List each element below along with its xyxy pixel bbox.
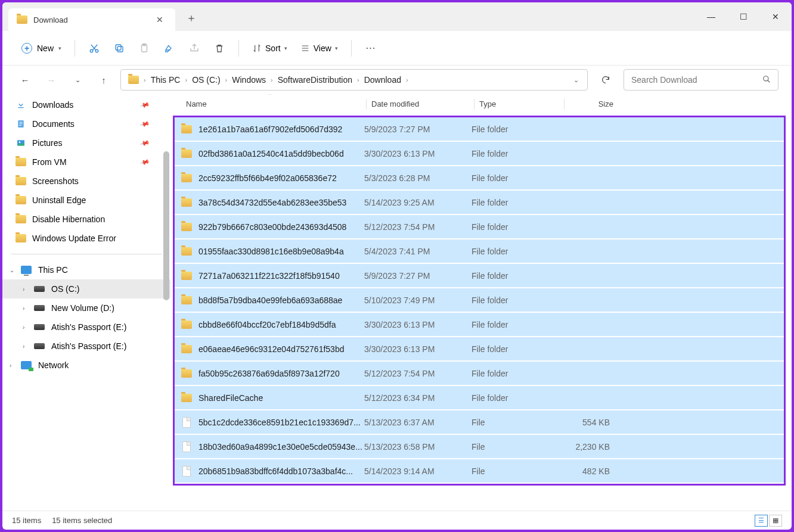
scrollbar-thumb[interactable]	[163, 151, 169, 300]
explorer-window: Download ✕ ＋ — ☐ ✕ + New ▾	[2, 2, 792, 530]
file-row[interactable]: 1e261a1b7aa61a6f7902efd506d7d392 5/9/202…	[175, 117, 784, 142]
breadcrumb-dropdown[interactable]: ⌄	[569, 76, 584, 84]
more-button[interactable]: ⋯	[359, 36, 383, 60]
breadcrumb-item[interactable]: Windows	[228, 73, 269, 87]
tree-label: Atish's Passport (E:)	[51, 322, 126, 332]
file-row[interactable]: 2cc59232ffb5f66b4e9f02a065836e72 5/3/202…	[175, 166, 784, 191]
file-row[interactable]: 922b79b6667c803e00bde243693d4508 5/12/20…	[175, 215, 784, 239]
sidebar-item[interactable]: Uninstall Edge	[2, 191, 170, 210]
new-tab-button[interactable]: ＋	[181, 8, 201, 27]
breadcrumb[interactable]: › This PC › OS (C:) › Windows › Software…	[120, 69, 588, 91]
search-box[interactable]	[624, 69, 779, 91]
sidebar-thispc[interactable]: ⌄ This PC	[2, 260, 170, 279]
thumbnails-view-button[interactable]: ▦	[769, 515, 782, 527]
back-button[interactable]: ←	[15, 70, 35, 89]
separator	[75, 40, 75, 57]
sidebar-item[interactable]: From VM 📌	[2, 153, 170, 172]
chevron-down-icon[interactable]: ⌄	[10, 267, 20, 273]
minimize-button[interactable]: —	[695, 2, 727, 31]
file-type: File folder	[472, 320, 561, 329]
column-type[interactable]: Type	[474, 99, 564, 108]
file-row[interactable]: SharedFileCache 5/12/2023 6:34 PM File f…	[175, 386, 784, 410]
chevron-right-icon[interactable]: ›	[23, 305, 33, 312]
breadcrumb-item[interactable]: SoftwareDistribution	[274, 73, 356, 87]
sidebar-item-label: From VM	[32, 157, 67, 167]
view-toggle: ☰ ▦	[755, 515, 782, 527]
svg-rect-9	[19, 123, 22, 124]
sidebar-network[interactable]: › Network	[2, 356, 170, 375]
share-button[interactable]	[182, 36, 206, 60]
folder-icon	[179, 223, 194, 231]
column-date[interactable]: Date modified	[367, 99, 474, 108]
close-window-button[interactable]: ✕	[759, 2, 792, 31]
copy-button[interactable]	[107, 36, 131, 60]
delete-button[interactable]	[207, 36, 231, 60]
file-type: File	[472, 442, 561, 452]
sidebar-drive[interactable]: › New Volume (D:)	[2, 298, 170, 318]
breadcrumb-item[interactable]: OS (C:)	[188, 73, 224, 87]
sidebar-item[interactable]: Windows Update Error	[2, 229, 170, 248]
view-icon	[300, 43, 310, 53]
rename-button[interactable]	[157, 36, 181, 60]
up-button[interactable]: ↑	[94, 70, 113, 89]
svg-point-0	[90, 49, 93, 52]
sidebar-scrollbar[interactable]	[162, 94, 170, 511]
tab-download[interactable]: Download ✕	[8, 8, 175, 31]
sidebar-item[interactable]: Pictures 📌	[2, 133, 170, 153]
breadcrumb-item[interactable]: This PC	[147, 73, 184, 87]
view-button[interactable]: View ▾	[294, 40, 344, 57]
chevron-right-icon[interactable]: ›	[23, 343, 33, 350]
paste-button[interactable]	[132, 36, 156, 60]
chevron-right-icon[interactable]: ›	[23, 286, 33, 293]
details-view-button[interactable]: ☰	[755, 515, 768, 527]
file-row[interactable]: fa50b95c263876a69da5f8973a12f720 5/12/20…	[175, 362, 784, 386]
pc-icon	[20, 265, 32, 275]
search-input[interactable]	[631, 75, 762, 85]
file-icon	[179, 417, 194, 428]
chevron-right-icon[interactable]: ›	[23, 324, 33, 331]
file-row[interactable]: 3a78c54d34732d55e4ab6283ee35be53 5/14/20…	[175, 191, 784, 215]
tree-label: OS (C:)	[51, 284, 79, 294]
file-date: 5/9/2023 7:27 PM	[364, 271, 472, 281]
file-list: ⌃ Name Date modified Type Size 1e261a1b7…	[170, 94, 792, 511]
new-button[interactable]: + New ▾	[15, 39, 67, 57]
file-row[interactable]: 18b03ed60a9a4899c1e30e0e5cde05943e... 5/…	[175, 435, 784, 459]
close-tab-icon[interactable]: ✕	[153, 13, 167, 27]
sidebar-drive[interactable]: › Atish's Passport (E:)	[2, 318, 170, 337]
sidebar-item[interactable]: Screenshots	[2, 172, 170, 191]
recent-button[interactable]: ⌄	[68, 70, 87, 89]
folder-icon	[179, 345, 194, 353]
forward-button[interactable]: →	[42, 70, 61, 89]
maximize-button[interactable]: ☐	[727, 2, 759, 31]
breadcrumb-item[interactable]: Download	[361, 73, 405, 87]
chevron-right-icon[interactable]: ›	[10, 362, 20, 369]
sidebar-item[interactable]: Documents 📌	[2, 114, 170, 133]
svg-rect-3	[116, 45, 121, 50]
file-name: 01955faac330d8981c16e8b9e08a9b4a	[199, 247, 364, 256]
file-row[interactable]: 7271a7a063211f221c322f18f5b91540 5/9/202…	[175, 264, 784, 288]
tab-title: Download	[33, 15, 68, 24]
file-row[interactable]: 01955faac330d8981c16e8b9e08a9b4a 5/4/202…	[175, 239, 784, 264]
file-row[interactable]: 20b6851b9a83bdffc6f4ddb1073a3baf4c... 5/…	[175, 459, 784, 484]
file-row[interactable]: b8d8f5a7b9dba40e99feb6a693a688ae 5/10/20…	[175, 288, 784, 313]
sort-button[interactable]: Sort ▾	[246, 40, 293, 57]
file-row[interactable]: 02fbd3861a0a12540c41a5dd9becb06d 3/30/20…	[175, 142, 784, 166]
file-name: 02fbd3861a0a12540c41a5dd9becb06d	[199, 149, 364, 158]
file-row[interactable]: 5bc1c2dcde336ce8591b21ec1c193369d7... 5/…	[175, 410, 784, 435]
cut-button[interactable]	[82, 36, 106, 60]
folder-icon	[179, 369, 194, 378]
pin-icon: 📌	[139, 119, 151, 129]
sidebar-drive[interactable]: › OS (C:)	[2, 279, 170, 298]
file-row[interactable]: cbbd8e66f04bccf20c7ebf184b9d5dfa 3/30/20…	[175, 313, 784, 337]
column-size[interactable]: Size	[565, 99, 618, 108]
file-row[interactable]: e06aeae46e96c9312e04d752761f53bd 3/30/20…	[175, 337, 784, 362]
column-name[interactable]: ⌃ Name	[181, 99, 366, 108]
refresh-button[interactable]	[595, 69, 616, 91]
file-icon	[179, 441, 194, 452]
sidebar-item[interactable]: Downloads 📌	[2, 95, 170, 114]
chevron-right-icon: ›	[356, 76, 361, 83]
search-icon[interactable]	[762, 75, 771, 85]
sidebar-item[interactable]: Disable Hibernation	[2, 210, 170, 229]
sidebar-drive[interactable]: › Atish's Passport (E:)	[2, 337, 170, 356]
folder-icon	[15, 233, 26, 244]
